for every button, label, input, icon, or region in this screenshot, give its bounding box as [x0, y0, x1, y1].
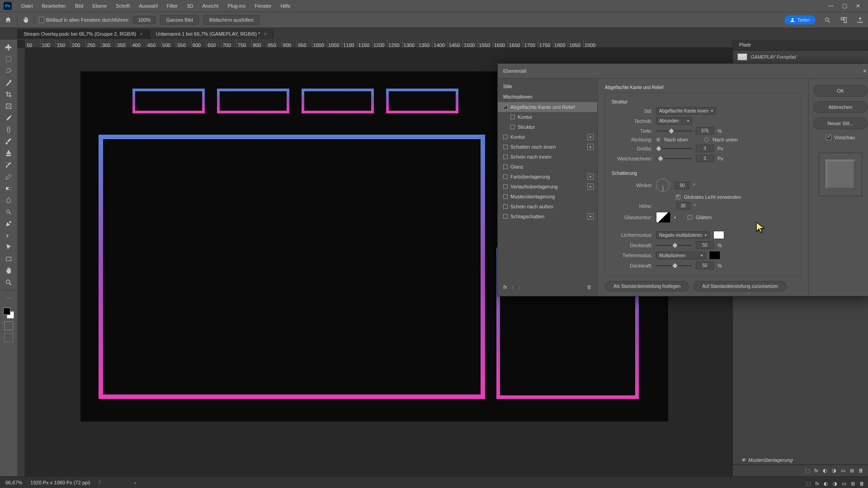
folder-icon[interactable]: ▭: [842, 481, 846, 487]
workspace-icon[interactable]: [839, 15, 848, 24]
eraser-tool[interactable]: [2, 171, 15, 183]
zoom-level[interactable]: 66,67%: [5, 480, 22, 485]
wand-tool[interactable]: [2, 77, 15, 89]
blur-tool[interactable]: [2, 194, 15, 206]
style-row-bevel[interactable]: Abgeflachte Kante und Relief: [498, 102, 597, 112]
menu-schrift[interactable]: Schrift: [112, 1, 134, 10]
history-brush-tool[interactable]: [2, 159, 15, 171]
pen-tool[interactable]: [2, 218, 15, 230]
fx-icon[interactable]: fx: [503, 284, 507, 290]
highlight-opacity-input[interactable]: [696, 241, 714, 249]
fx-icon[interactable]: fx: [815, 481, 819, 487]
style-row-kontur[interactable]: Kontur+: [498, 132, 597, 142]
antialias-check[interactable]: [688, 215, 692, 220]
styles-header[interactable]: Stile: [498, 81, 597, 92]
link-icon[interactable]: ⬚: [805, 468, 810, 474]
effect-item[interactable]: 👁Musterüberlagerung: [733, 455, 868, 465]
new-style-button[interactable]: Neuer Stil...: [813, 117, 868, 129]
color-swatch[interactable]: [3, 308, 14, 319]
checkbox[interactable]: [503, 145, 508, 149]
quickmask-toggle[interactable]: [4, 321, 13, 330]
highlight-mode-select[interactable]: Negativ multiplizieren: [656, 231, 710, 239]
add-icon[interactable]: +: [587, 174, 594, 180]
trash-icon[interactable]: 🗑: [859, 481, 864, 487]
move-tool[interactable]: [2, 42, 15, 53]
menu-fenster[interactable]: Fenster: [250, 1, 275, 10]
style-row-color_ov[interactable]: Farbüberlagerung+: [498, 172, 597, 182]
checkbox[interactable]: [503, 174, 508, 179]
window-minimize[interactable]: —: [825, 1, 837, 10]
add-icon[interactable]: +: [587, 134, 594, 140]
checkbox[interactable]: [503, 184, 508, 189]
style-row-outer_glow[interactable]: Schein nach außen: [498, 202, 597, 211]
blend-options[interactable]: Mischoptionen: [498, 92, 597, 102]
style-row-kontur_sub[interactable]: Kontur: [498, 112, 597, 122]
checkbox[interactable]: [503, 105, 508, 109]
style-row-grad_ov[interactable]: Verlaufsüberlagerung+: [498, 182, 597, 192]
checkbox[interactable]: [503, 155, 508, 159]
adjust-icon[interactable]: ◑: [833, 481, 837, 487]
cancel-button[interactable]: Abbrechen: [813, 101, 868, 113]
trash-icon[interactable]: 🗑: [859, 468, 863, 474]
checkbox[interactable]: [503, 204, 508, 209]
shadow-opacity-input[interactable]: [696, 262, 714, 269]
menu-ebene[interactable]: Ebene: [88, 1, 111, 10]
trash-icon[interactable]: 🗑: [587, 284, 592, 290]
global-light-check[interactable]: [676, 195, 680, 199]
hand-tool-icon[interactable]: [22, 16, 29, 23]
screenmode-toggle[interactable]: [4, 333, 13, 342]
ok-button[interactable]: OK: [813, 85, 868, 97]
checkbox[interactable]: [503, 194, 508, 199]
depth-slider[interactable]: [656, 128, 692, 134]
reset-default-button[interactable]: Auf Standardeinstellung zurücksetzen: [693, 281, 787, 291]
menu-auswahl[interactable]: Auswahl: [135, 1, 162, 10]
search-icon[interactable]: [823, 15, 832, 24]
size-slider[interactable]: [656, 146, 692, 151]
soften-input[interactable]: [696, 155, 714, 162]
dialog-titlebar[interactable]: Ebenenstil ×: [498, 64, 868, 79]
window-close[interactable]: ✕: [852, 1, 864, 10]
highlight-opacity-slider[interactable]: [656, 243, 692, 248]
scroll-all-windows-check[interactable]: Bildlauf in allen Fenstern durchführen: [39, 17, 128, 23]
angle-dial[interactable]: [656, 178, 670, 192]
gradient-tool[interactable]: [2, 183, 15, 194]
new-icon[interactable]: ⊞: [850, 468, 854, 474]
menu-bild[interactable]: Bild: [71, 1, 87, 10]
marquee-tool[interactable]: [2, 53, 15, 65]
heal-tool[interactable]: [2, 124, 15, 136]
shadow-opacity-slider[interactable]: [656, 263, 692, 268]
paths-tab[interactable]: Pfade: [733, 40, 868, 51]
soften-slider[interactable]: [656, 156, 692, 161]
make-default-button[interactable]: Als Standardeinstellung festlegen: [605, 281, 689, 291]
up-icon[interactable]: ↑: [512, 284, 514, 290]
doc-info[interactable]: 1920 Px x 1080 Px (72 ppi): [30, 480, 90, 485]
home-icon[interactable]: [4, 15, 13, 24]
style-row-glanz[interactable]: Glanz: [498, 162, 597, 172]
export-icon[interactable]: [855, 15, 864, 24]
preview-check[interactable]: Vorschau: [813, 135, 868, 140]
altitude-input[interactable]: [676, 202, 690, 210]
checkbox[interactable]: [510, 125, 515, 129]
style-row-pat_ov[interactable]: Musterüberlagerung: [498, 192, 597, 202]
folder-icon[interactable]: ▭: [841, 468, 845, 474]
angle-input[interactable]: [675, 182, 689, 189]
rectangle-tool[interactable]: [2, 253, 15, 265]
menu-ansicht[interactable]: Ansicht: [198, 1, 222, 10]
chevron-right-icon[interactable]: 〉: [99, 479, 104, 486]
eyedropper-tool[interactable]: [2, 112, 15, 124]
close-icon[interactable]: ×: [140, 31, 142, 37]
stamp-tool[interactable]: [2, 147, 15, 159]
close-icon[interactable]: ×: [863, 67, 867, 75]
menu-3d[interactable]: 3D: [183, 1, 197, 10]
crop-tool[interactable]: [2, 89, 15, 100]
checkbox[interactable]: [510, 115, 515, 119]
menu-hilfe[interactable]: Hilfe: [276, 1, 294, 10]
shadow-color[interactable]: [709, 251, 720, 259]
frame-tool[interactable]: [2, 100, 15, 112]
checkbox[interactable]: [503, 214, 508, 219]
direction-up-radio[interactable]: [656, 137, 660, 142]
fill-screen-button[interactable]: Bildschirm ausfüllen: [203, 15, 259, 25]
highlight-color[interactable]: [713, 231, 724, 239]
new-layer-icon[interactable]: ⊞: [851, 481, 855, 487]
shadow-mode-select[interactable]: Multiplizieren: [656, 252, 706, 259]
